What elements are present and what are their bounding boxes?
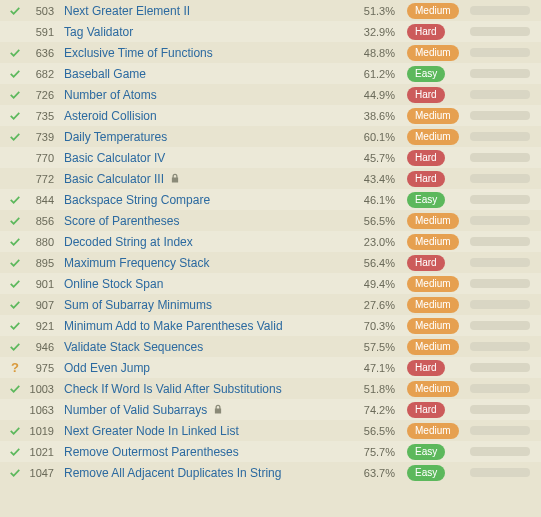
acceptance-rate: 32.9% (352, 26, 407, 38)
check-icon (9, 257, 21, 269)
problem-title: Check If Word Is Valid After Substitutio… (64, 382, 282, 396)
problem-number: 726 (24, 89, 64, 101)
lock-icon (213, 404, 223, 414)
problem-title-link[interactable]: Odd Even Jump (64, 361, 352, 375)
difficulty-cell: Medium (407, 339, 465, 355)
frequency-bar (470, 321, 530, 330)
problem-number: 946 (24, 341, 64, 353)
problem-title-link[interactable]: Remove Outermost Parentheses (64, 445, 352, 459)
frequency-cell (465, 447, 535, 456)
frequency-cell (465, 48, 535, 57)
difficulty-cell: Medium (407, 297, 465, 313)
frequency-cell (465, 363, 535, 372)
problem-title: Basic Calculator III (64, 172, 164, 186)
problem-number: 880 (24, 236, 64, 248)
problem-title-link[interactable]: Score of Parentheses (64, 214, 352, 228)
table-row: 1047Remove All Adjacent Duplicates In St… (0, 462, 541, 483)
problem-title-link[interactable]: Tag Validator (64, 25, 352, 39)
difficulty-cell: Medium (407, 129, 465, 145)
table-row: ?975Odd Even Jump47.1%Hard (0, 357, 541, 378)
problem-title-link[interactable]: Number of Atoms (64, 88, 352, 102)
frequency-bar (470, 195, 530, 204)
acceptance-rate: 49.4% (352, 278, 407, 290)
acceptance-rate: 51.8% (352, 383, 407, 395)
check-icon (9, 110, 21, 122)
table-row: 946Validate Stack Sequences57.5%Medium (0, 336, 541, 357)
status-cell (6, 5, 24, 17)
problem-number: 772 (24, 173, 64, 185)
status-cell (6, 68, 24, 80)
problem-title: Decoded String at Index (64, 235, 193, 249)
status-cell (6, 131, 24, 143)
frequency-bar (470, 384, 530, 393)
table-row: 739Daily Temperatures60.1%Medium (0, 126, 541, 147)
problem-title-link[interactable]: Backspace String Compare (64, 193, 352, 207)
difficulty-cell: Easy (407, 66, 465, 82)
check-icon (9, 47, 21, 59)
problem-title-link[interactable]: Remove All Adjacent Duplicates In String (64, 466, 352, 480)
status-cell (6, 257, 24, 269)
table-row: 880Decoded String at Index23.0%Medium (0, 231, 541, 252)
problem-number: 844 (24, 194, 64, 206)
problem-title-link[interactable]: Asteroid Collision (64, 109, 352, 123)
problem-title-link[interactable]: Number of Valid Subarrays (64, 403, 352, 417)
frequency-bar (470, 279, 530, 288)
difficulty-pill: Hard (407, 360, 445, 376)
problem-title: Next Greater Node In Linked List (64, 424, 239, 438)
difficulty-cell: Medium (407, 276, 465, 292)
problem-title-link[interactable]: Validate Stack Sequences (64, 340, 352, 354)
status-cell (6, 194, 24, 206)
problem-title-link[interactable]: Basic Calculator III (64, 172, 352, 186)
problem-number: 856 (24, 215, 64, 227)
acceptance-rate: 56.5% (352, 215, 407, 227)
problem-title: Minimum Add to Make Parentheses Valid (64, 319, 283, 333)
frequency-bar (470, 132, 530, 141)
check-icon (9, 89, 21, 101)
problem-title-link[interactable]: Maximum Frequency Stack (64, 256, 352, 270)
problem-title-link[interactable]: Sum of Subarray Minimums (64, 298, 352, 312)
acceptance-rate: 23.0% (352, 236, 407, 248)
problem-title-link[interactable]: Next Greater Node In Linked List (64, 424, 352, 438)
problem-title-link[interactable]: Minimum Add to Make Parentheses Valid (64, 319, 352, 333)
difficulty-cell: Medium (407, 234, 465, 250)
difficulty-cell: Medium (407, 45, 465, 61)
problem-title: Backspace String Compare (64, 193, 210, 207)
frequency-bar (470, 363, 530, 372)
problem-title-link[interactable]: Check If Word Is Valid After Substitutio… (64, 382, 352, 396)
table-row: 1003Check If Word Is Valid After Substit… (0, 378, 541, 399)
problem-title-link[interactable]: Next Greater Element II (64, 4, 352, 18)
frequency-cell (465, 90, 535, 99)
problem-title-link[interactable]: Basic Calculator IV (64, 151, 352, 165)
frequency-cell (465, 342, 535, 351)
acceptance-rate: 56.4% (352, 257, 407, 269)
problem-number: 682 (24, 68, 64, 80)
check-icon (9, 5, 21, 17)
status-cell: ? (6, 360, 24, 375)
difficulty-pill: Medium (407, 423, 459, 439)
difficulty-cell: Easy (407, 192, 465, 208)
problem-number: 735 (24, 110, 64, 122)
acceptance-rate: 57.5% (352, 341, 407, 353)
difficulty-cell: Easy (407, 444, 465, 460)
problem-title: Remove Outermost Parentheses (64, 445, 239, 459)
difficulty-pill: Medium (407, 45, 459, 61)
acceptance-rate: 48.8% (352, 47, 407, 59)
check-icon (9, 194, 21, 206)
problem-title-link[interactable]: Daily Temperatures (64, 130, 352, 144)
problem-table: 503Next Greater Element II51.3%Medium591… (0, 0, 541, 483)
problem-title-link[interactable]: Baseball Game (64, 67, 352, 81)
table-row: 636Exclusive Time of Functions48.8%Mediu… (0, 42, 541, 63)
problem-title-link[interactable]: Decoded String at Index (64, 235, 352, 249)
problem-number: 739 (24, 131, 64, 143)
frequency-bar (470, 342, 530, 351)
problem-title-link[interactable]: Exclusive Time of Functions (64, 46, 352, 60)
check-icon (9, 383, 21, 395)
frequency-bar (470, 90, 530, 99)
table-row: 907Sum of Subarray Minimums27.6%Medium (0, 294, 541, 315)
frequency-bar (470, 300, 530, 309)
frequency-cell (465, 468, 535, 477)
frequency-bar (470, 69, 530, 78)
difficulty-pill: Medium (407, 234, 459, 250)
problem-title-link[interactable]: Online Stock Span (64, 277, 352, 291)
problem-title: Odd Even Jump (64, 361, 150, 375)
